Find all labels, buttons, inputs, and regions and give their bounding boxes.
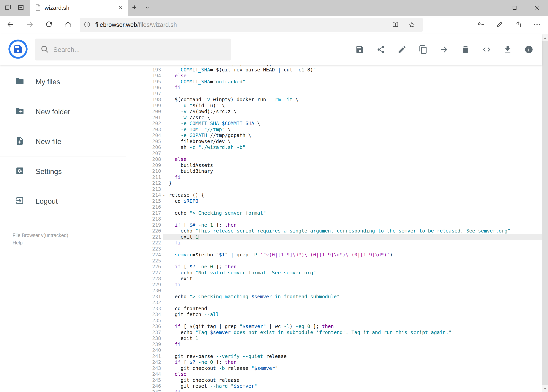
code-line[interactable]: 210 buildBinary [145,168,542,174]
code-line[interactable]: 227 echo "Not valid semver format. See s… [145,270,542,276]
edit-button[interactable] [398,45,407,54]
web-note-button[interactable] [490,16,509,34]
code-line[interactable]: 215 cd $REPO [145,198,542,204]
code-line[interactable]: 243 git checkout -b release "$semver" [145,365,542,371]
code-line[interactable]: 217 echo "> Checking semver format" [145,210,542,216]
tab-close-button[interactable] [118,5,123,11]
page-scrollbar[interactable]: ▲ ▼ [542,34,548,392]
tabs-set-aside-list-button[interactable] [14,0,28,16]
code-line[interactable]: 213 [145,186,542,192]
share-button[interactable] [509,16,528,34]
home-button[interactable] [58,16,78,34]
scrollbar-thumb[interactable] [542,41,548,385]
code-line[interactable]: 247 fi [145,389,542,392]
info-button[interactable] [524,45,533,54]
filebrowser-logo[interactable] [8,39,28,60]
minimize-button[interactable] [481,0,503,16]
forward-button[interactable] [20,16,39,34]
code-line[interactable]: 221 exit 1 [145,234,542,240]
code-line[interactable]: 206 sh -c "./wizard.sh -b" [145,144,542,150]
code-line[interactable]: 232 [145,300,542,306]
code-line[interactable]: 195 COMMIT_SHA="untracked" [145,79,542,85]
code-line[interactable]: 218 [145,216,542,222]
code-line[interactable]: 226 if [ $? -ne 0 ]; then [145,264,542,270]
code-line[interactable]: 224 semver=$(echo "$1" | grep -P '^v(0|[… [145,252,542,258]
code-line[interactable]: 228 exit 1 [145,276,542,282]
browser-tab[interactable]: wizard.sh [30,0,128,16]
code-line[interactable]: 245 git checkout release [145,377,542,383]
search-box[interactable] [35,39,231,61]
close-button[interactable] [526,0,548,16]
code-line[interactable]: 229 fi [145,282,542,288]
code-line[interactable]: 234 git fetch --all [145,312,542,318]
code-line[interactable]: 237 echo "Tag $semver does not exist in … [145,329,542,336]
code-line[interactable]: 202 -e COMMIT_SHA=$COMMIT_SHA \ [145,120,542,127]
code-line[interactable]: 207 [145,150,542,157]
refresh-button[interactable] [39,16,58,34]
code-line[interactable]: 204 -e GOPATH=//tmp/gopath \ [145,133,542,139]
scroll-down-arrow[interactable]: ▼ [542,385,548,392]
share-file-button[interactable] [376,45,385,54]
code-line[interactable]: 244 else [145,371,542,377]
sidebar-item-my-files[interactable]: My files [0,67,145,97]
reading-view-button[interactable] [388,21,402,28]
search-input[interactable] [53,46,226,53]
scroll-up-arrow[interactable]: ▲ [542,34,548,41]
code-line[interactable]: 230 [145,288,542,294]
sidebar-item-new-folder[interactable]: New folder [0,97,145,127]
site-info-icon[interactable] [83,21,90,29]
code-line[interactable]: 240 [145,347,542,353]
code-line[interactable]: 225 [145,258,542,264]
sidebar-item-logout[interactable]: Logout [0,187,145,216]
code-line[interactable]: 219 if [ $# -ne 1 ]; then [145,222,542,228]
code-line[interactable]: 199 -u "$(id -u)" \ [145,103,542,109]
url-text[interactable]: filebrowser.web/files/wizard.sh [95,21,386,28]
code-line[interactable]: 216 [145,204,542,210]
code-line[interactable]: 201 -w //src \ [145,115,542,121]
move-button[interactable] [440,45,449,54]
set-tabs-aside-button[interactable] [1,0,14,16]
code-line[interactable]: 220 echo "This release script requires a… [145,228,542,234]
delete-button[interactable] [461,45,470,54]
favorite-star-button[interactable] [405,21,419,28]
sidebar-item-new-file[interactable]: New file [0,127,145,157]
code-editor[interactable]: 192 if [ "$(command -v git)" != "" ]; th… [145,65,542,392]
code-line[interactable]: 193 COMMIT_SHA="$(git rev-parse HEAD | c… [145,67,542,73]
code-line[interactable]: 194 else [145,73,542,79]
help-link[interactable]: Help [13,239,145,246]
maximize-button[interactable] [503,0,526,16]
code-line[interactable]: 222 fi [145,240,542,246]
code-line[interactable]: 212} [145,180,542,186]
code-line[interactable]: 239 fi [145,342,542,348]
code-line[interactable]: 197 [145,91,542,97]
code-line[interactable]: 246 git reset --hard "$semver" [145,383,542,389]
raw-code-button[interactable] [482,45,491,54]
code-line[interactable]: 235 [145,318,542,324]
code-line[interactable]: 241 git rev-parse --verify --quiet relea… [145,353,542,359]
code-line[interactable]: 242 if [ $? -ne 0 ]; then [145,359,542,365]
address-bar[interactable]: filebrowser.web/files/wizard.sh [80,18,423,32]
code-line[interactable]: 231 echo "> Checking matching $semver in… [145,294,542,300]
code-line[interactable]: 192 if [ "$(command -v git)" != "" ]; th… [145,65,542,67]
save-button[interactable] [355,45,364,54]
code-line[interactable]: 200 -v /$(pwd):/src:z \ [145,109,542,115]
code-line[interactable]: 208 else [145,156,542,162]
code-line[interactable]: 209 buildAssets [145,162,542,168]
code-line[interactable]: 196 fi [145,85,542,91]
code-line[interactable]: 223 [145,246,542,252]
tab-preview-toggle[interactable] [141,0,154,16]
copy-button[interactable] [419,45,428,54]
code-line[interactable]: 211 fi [145,174,542,181]
new-tab-button[interactable] [128,0,141,16]
sidebar-item-settings[interactable]: Settings [0,157,145,187]
code-line[interactable]: 233 cd frontend [145,306,542,312]
code-line[interactable]: 238 exit 1 [145,336,542,342]
code-line[interactable]: 198 $(command -v winpty) docker run --rm… [145,97,542,103]
download-button[interactable] [503,45,512,54]
code-line[interactable]: 236 if [ $(git tag | grep "$semver" | wc… [145,323,542,329]
hub-favorites-button[interactable] [471,16,490,34]
back-button[interactable] [1,16,20,34]
fold-arrow-icon[interactable]: ▾ [163,192,165,198]
code-line[interactable]: 203 -e HOME="//tmp" \ [145,127,542,133]
code-line[interactable]: 205 filebrowser/dev \ [145,139,542,145]
